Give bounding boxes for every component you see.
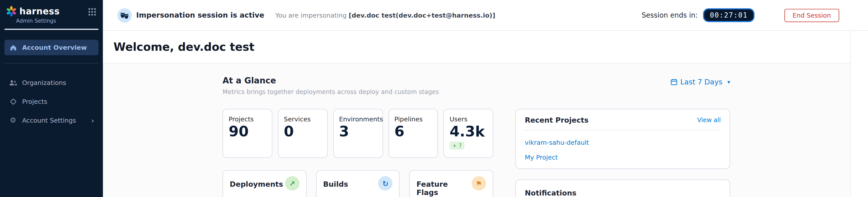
stats-row: Projects 90 Services 0 Environments 3 [222, 109, 493, 158]
sidebar-item-account-overview[interactable]: Account Overview [4, 40, 99, 55]
stat-card-environments: Environments 3 [333, 109, 383, 158]
harness-logo-icon [5, 5, 17, 17]
glance-title: At a Glance [222, 76, 439, 86]
stat-value: 90 [229, 124, 266, 139]
caret-down-icon: ▾ [727, 79, 730, 85]
sidebar-divider [4, 63, 99, 64]
builds-icon: ↻ [378, 176, 393, 191]
page-title: Welcome, dev.doc test [114, 40, 255, 53]
stat-label: Pipelines [395, 115, 432, 123]
app: harness Admin Settings Account Overview [0, 0, 868, 197]
stat-card-pipelines: Pipelines 6 [389, 109, 438, 158]
stat-label: Environments [339, 115, 377, 123]
session-timer: 00:27:01 [703, 8, 754, 22]
end-session-button[interactable]: End Session [784, 8, 839, 22]
impersonation-masks-icon [117, 8, 132, 23]
content: At a Glance Metrics brings together depl… [103, 64, 868, 197]
harness-logo[interactable]: harness [5, 5, 60, 17]
stat-value: 3 [339, 124, 377, 139]
modules-row: Deployments ↗ Builds ↻ Feature Flags ⚑ [222, 170, 493, 197]
stat-label: Services [284, 115, 321, 123]
module-label: Builds [323, 180, 348, 188]
sidebar-subtitle: Admin Settings [16, 17, 103, 24]
module-label: Deployments [230, 180, 283, 188]
panel-divider [525, 130, 721, 130]
sidebar-item-label: Organizations [22, 79, 66, 87]
projects-icon [9, 98, 17, 106]
view-all-link[interactable]: View all [697, 117, 721, 124]
feature-flags-icon: ⚑ [472, 176, 486, 191]
stat-card-users: Users 4.3k + 7 [443, 109, 493, 158]
stat-value: 6 [395, 124, 432, 139]
module-card-builds[interactable]: Builds ↻ [316, 170, 400, 197]
impersonation-subtitle: You are impersonating [dev.doc test(dev.… [275, 11, 495, 19]
glance-subtitle: Metrics brings together deployments acro… [222, 88, 439, 96]
sidebar-item-label: Account Overview [22, 44, 87, 51]
sidebar: harness Admin Settings Account Overview [0, 0, 103, 197]
users-delta-badge: + 7 [450, 142, 464, 150]
home-icon [9, 44, 17, 51]
main: Impersonation session is active You are … [103, 0, 868, 197]
scroll-gutter[interactable] [850, 31, 868, 197]
notifications-panel: Notifications [515, 180, 730, 197]
logo-underline [4, 29, 99, 30]
impersonation-banner: Impersonation session is active You are … [103, 0, 868, 31]
stat-label: Users [450, 115, 487, 123]
impersonation-prefix: You are impersonating [275, 11, 349, 19]
date-range-label: Last 7 Days [680, 78, 722, 86]
stat-card-services: Services 0 [278, 109, 328, 158]
recent-project-link[interactable]: vikram-sahu-default [525, 139, 721, 147]
chevron-right-icon: › [91, 117, 94, 124]
module-card-deployments[interactable]: Deployments ↗ [222, 170, 306, 197]
date-range-picker[interactable]: Last 7 Days ▾ [670, 78, 730, 86]
welcome-bar: Welcome, dev.doc test [103, 31, 868, 64]
sidebar-nav: Account Overview Organizations [0, 40, 103, 128]
sidebar-item-label: Projects [22, 98, 48, 106]
calendar-icon [670, 78, 678, 86]
stat-card-projects: Projects 90 [222, 109, 272, 158]
recent-project-link[interactable]: My Project [525, 154, 721, 161]
session-ends-label: Session ends in: [642, 11, 698, 19]
recent-projects-panel: Recent Projects View all vikram-sahu-def… [515, 109, 730, 169]
sidebar-item-account-settings[interactable]: ⚙ Account Settings › [4, 113, 99, 128]
stat-label: Projects [229, 115, 266, 123]
organizations-icon [9, 79, 17, 87]
module-card-feature-flags[interactable]: Feature Flags ⚑ [409, 170, 493, 197]
recent-projects-title: Recent Projects [525, 116, 588, 124]
logo-wordmark: harness [20, 6, 60, 16]
deployments-icon: ↗ [285, 176, 299, 191]
sidebar-item-label: Account Settings [22, 117, 76, 124]
impersonated-user: [dev.doc test(dev.doc+test@harness.io)] [349, 11, 495, 19]
stat-value: 4.3k [450, 124, 487, 139]
impersonation-title: Impersonation session is active [136, 11, 264, 19]
stat-value: 0 [284, 124, 321, 139]
sidebar-item-projects[interactable]: Projects [4, 94, 99, 110]
sidebar-item-organizations[interactable]: Organizations [4, 75, 99, 91]
module-label: Feature Flags [416, 180, 471, 197]
notifications-title: Notifications [525, 189, 576, 197]
app-grid-icon[interactable] [88, 8, 96, 16]
